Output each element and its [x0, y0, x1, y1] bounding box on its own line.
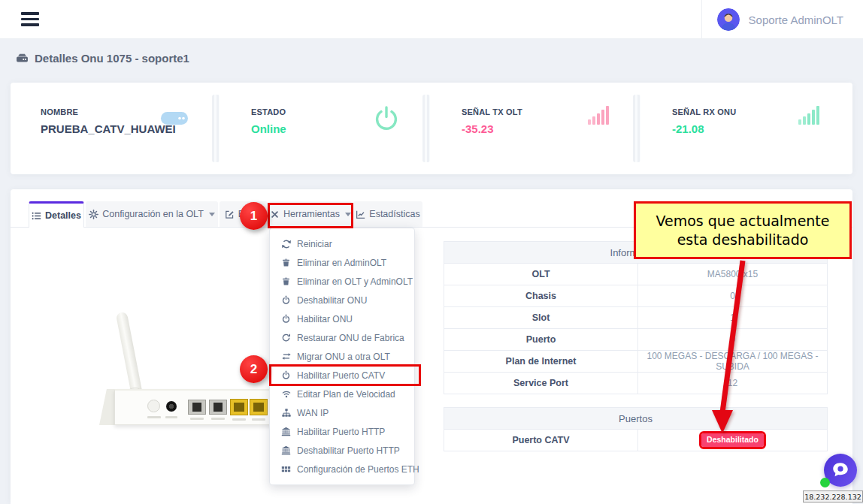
annotation-step-1: 1: [240, 202, 268, 230]
chevron-down-icon: [209, 213, 215, 216]
table-row: Chasis0: [444, 285, 828, 307]
informacion-table: Información OLTMA5800 x15 Chasis0 Slot1 …: [444, 241, 828, 394]
sitemap-icon: [280, 408, 292, 418]
signal-bars-icon: [798, 105, 821, 125]
status-ip: 18.232.228.132: [803, 490, 863, 502]
power-icon: [280, 295, 292, 305]
menu-item-migrar-onu[interactable]: Migrar ONU a otra OLT: [270, 347, 414, 366]
stat-estado: ESTADO Online: [221, 83, 432, 174]
chat-bubble-icon: [831, 460, 850, 480]
annotation-note: Vemos que actualmente esta deshabilitado: [634, 201, 852, 259]
table-row: Service Port12: [444, 373, 828, 394]
menu-item-editar-plan-velocidad[interactable]: Editar Plan de Velocidad: [270, 385, 414, 403]
user-avatar: [717, 8, 740, 31]
menu-item-restaurar-onu[interactable]: Restaurar ONU de Fabrica: [270, 328, 414, 347]
trash-icon: [280, 258, 292, 267]
exchange-icon: [280, 352, 292, 361]
list-icon: [32, 211, 41, 221]
tab-estadisticas[interactable]: Estadísticas: [353, 201, 422, 227]
power-icon: [280, 314, 292, 324]
bank-icon: [280, 445, 292, 455]
stat-nombre: NOMBRE PRUEBA_CATV_HUAWEI: [11, 83, 221, 174]
table-row: Plan de Internet100 MEGAS - DESCARGA / 1…: [444, 351, 828, 373]
bank-icon: [280, 427, 292, 436]
gear-icon: [89, 210, 98, 219]
user-menu[interactable]: Soporte AdminOLT: [701, 0, 863, 39]
annotation-box-herramientas: [268, 203, 353, 228]
menu-item-deshabilitar-puerto-http[interactable]: Deshabilitar Puerto HTTP: [270, 441, 414, 460]
device-power-jack: [166, 401, 177, 412]
menu-item-deshabilitar-onu[interactable]: Deshabilitar ONU: [270, 291, 414, 309]
table-row: Puerto CATV Deshabilitado: [444, 430, 828, 451]
puertos-table: Puertos Puerto CATV Deshabilitado: [444, 407, 828, 451]
hamburger-menu-icon[interactable]: [21, 12, 39, 27]
device-tel-port: [209, 400, 227, 415]
table-row: Puerto0: [444, 329, 828, 351]
hdd-icon: [16, 52, 29, 65]
user-name: Soporte AdminOLT: [749, 14, 843, 26]
server-icon: [159, 105, 189, 131]
menu-item-wan-ip[interactable]: WAN IP: [270, 403, 414, 422]
device-tel-port: [188, 400, 206, 415]
device-onoff-button: [147, 400, 160, 412]
menu-item-habilitar-puerto-catv[interactable]: Habilitar Puerto CATV: [270, 366, 414, 385]
status-badge-deshabilitado: Deshabilitado: [701, 433, 764, 447]
grid-icon: [280, 464, 292, 474]
top-navbar: Soporte AdminOLT: [0, 0, 863, 39]
menu-item-eliminar-adminolt[interactable]: Eliminar en AdminOLT: [270, 253, 414, 272]
edit-icon: [225, 210, 235, 219]
signal-bars-icon: [588, 105, 610, 125]
table-row: OLTMA5800 x15: [444, 264, 828, 285]
refresh-icon: [280, 239, 292, 249]
trash-icon: [280, 276, 292, 286]
onu-stats-card: NOMBRE PRUEBA_CATV_HUAWEI ESTADO Online …: [11, 83, 852, 174]
power-icon: [373, 105, 400, 133]
stat-senal-tx-olt: SEÑAL TX OLT -35.23: [432, 83, 642, 174]
device-lan-port: [230, 399, 248, 415]
chart-line-icon: [356, 210, 365, 219]
menu-item-configuracion-puertos-eth[interactable]: Configuración de Puertos ETH: [270, 460, 414, 478]
annotation-step-2: 2: [240, 355, 268, 383]
herramientas-dropdown-menu: Reiniciar Eliminar en AdminOLT Eliminar …: [269, 228, 415, 485]
table-title: Puertos: [444, 408, 828, 430]
menu-item-habilitar-puerto-http[interactable]: Habilitar Puerto HTTP: [270, 422, 414, 441]
redo-icon: [280, 333, 292, 343]
menu-item-habilitar-onu[interactable]: Habilitar ONU: [270, 309, 414, 328]
stat-senal-rx-onu: SEÑAL RX ONU -21.08: [642, 83, 852, 174]
app-screen: Soporte AdminOLT Detalles Onu 1075 - sop…: [0, 0, 863, 504]
table-row: Slot1: [444, 307, 828, 329]
chat-online-dot: [820, 478, 830, 487]
tab-configuracion-olt[interactable]: Configuración en la OLT: [86, 201, 218, 227]
wifi-icon: [280, 389, 292, 399]
menu-item-eliminar-olt-adminolt[interactable]: Eliminar en OLT y AdminOLT: [270, 272, 414, 291]
page-title: Detalles Onu 1075 - soporte1: [16, 52, 189, 65]
device-lan-port: [250, 399, 268, 415]
menu-item-reiniciar[interactable]: Reiniciar: [270, 234, 414, 253]
tab-detalles[interactable]: Detalles: [29, 201, 84, 228]
power-icon: [280, 370, 292, 380]
